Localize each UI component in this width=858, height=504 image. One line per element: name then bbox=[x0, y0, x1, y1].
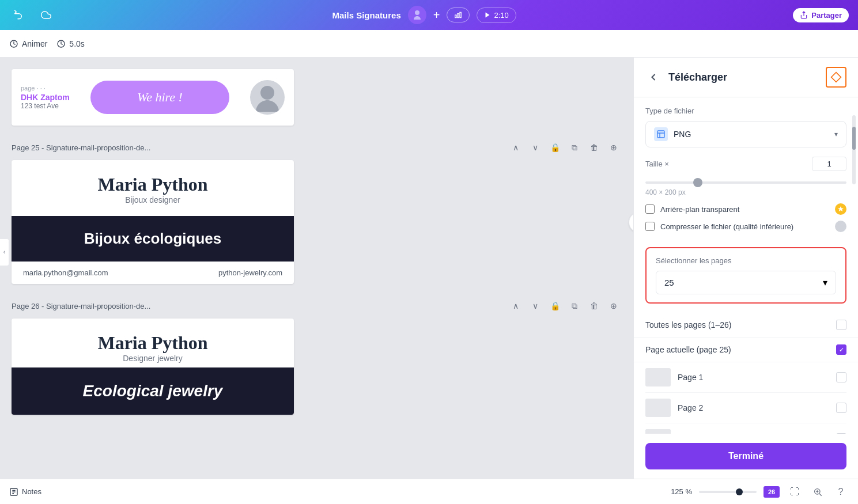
undo-button[interactable] bbox=[9, 6, 28, 24]
fullscreen-button[interactable]: ⛶ bbox=[787, 484, 803, 500]
list-item: Page 1 bbox=[645, 362, 846, 393]
zoom-slider-thumb bbox=[736, 488, 743, 495]
panel-title: Télécharger bbox=[668, 71, 727, 84]
page-2-checkbox[interactable] bbox=[836, 403, 846, 413]
png-icon bbox=[654, 127, 668, 141]
size-input[interactable] bbox=[812, 157, 846, 171]
project-name: Mails Signatures bbox=[332, 10, 401, 20]
svg-point-0 bbox=[415, 10, 419, 15]
add-collaborator-button[interactable]: + bbox=[433, 9, 440, 22]
size-slider[interactable] bbox=[645, 181, 846, 184]
notes-label: Notes bbox=[22, 487, 41, 496]
page-25-add-button[interactable]: ⊕ bbox=[606, 139, 622, 156]
page-25-banner-text: Bijoux écologiques bbox=[23, 230, 282, 248]
header: Mails Signatures + 2:10 Partager bbox=[0, 0, 858, 30]
all-pages-checkbox[interactable] bbox=[836, 320, 846, 330]
page-26-up-button[interactable]: ∧ bbox=[508, 298, 524, 314]
select-pages-box: Sélectionner les pages 25 ▾ bbox=[645, 247, 846, 304]
page-26-lock-button[interactable]: 🔒 bbox=[547, 298, 563, 314]
help-button[interactable]: ? bbox=[833, 484, 849, 500]
svg-rect-1 bbox=[455, 15, 456, 18]
page-26-copy-button[interactable]: ⧉ bbox=[566, 298, 583, 314]
animate-button[interactable]: Animer bbox=[9, 39, 47, 48]
page-26-delete-button[interactable]: 🗑 bbox=[586, 298, 602, 314]
page-1-checkbox[interactable] bbox=[836, 372, 846, 382]
transparent-bg-checkbox[interactable] bbox=[645, 204, 655, 214]
page-25-label: Page 25 - Signature-mail-proposition-de.… bbox=[12, 139, 622, 156]
stats-button[interactable] bbox=[447, 7, 470, 22]
partial-dhk-name: DHK Zaptom bbox=[21, 93, 70, 102]
select-pages-dropdown[interactable]: 25 ▾ bbox=[656, 271, 836, 294]
partial-hire-text: We hire ! bbox=[90, 81, 229, 114]
page-25-down-button[interactable]: ∨ bbox=[527, 139, 543, 156]
premium-badge-yellow bbox=[835, 203, 846, 215]
page-25-block: Page 25 - Signature-mail-proposition-de.… bbox=[12, 139, 622, 284]
compress-checkbox[interactable] bbox=[645, 222, 655, 231]
left-edge-toggle[interactable]: ‹ bbox=[0, 238, 9, 266]
dropdown-arrow-icon: ▾ bbox=[834, 130, 838, 138]
canvas-area[interactable]: page · · · DHK Zaptom 123 test Ave We hi… bbox=[0, 58, 633, 479]
header-right: Partager bbox=[793, 8, 849, 22]
partial-page-card: page · · · DHK Zaptom 123 test Ave We hi… bbox=[12, 69, 294, 126]
file-type-section: Type de fichier PNG ▾ bbox=[634, 97, 858, 157]
slider-container bbox=[645, 176, 846, 186]
page-25-email: maria.python@gmail.com bbox=[23, 268, 108, 277]
select-pages-arrow-icon: ▾ bbox=[823, 277, 827, 288]
panel-header: Télécharger bbox=[634, 58, 858, 97]
svg-point-7 bbox=[260, 86, 274, 100]
page-25-banner: Bijoux écologiques bbox=[12, 216, 294, 262]
current-page-checkbox[interactable]: ✓ bbox=[836, 344, 846, 355]
page-25-delete-button[interactable]: 🗑 bbox=[586, 139, 602, 156]
avatar bbox=[408, 6, 426, 24]
page-26-actions: ∧ ∨ 🔒 ⧉ 🗑 ⊕ bbox=[508, 298, 622, 314]
svg-line-18 bbox=[819, 494, 822, 496]
zoom-in-button[interactable] bbox=[810, 484, 826, 500]
svg-marker-9 bbox=[831, 73, 841, 82]
page-2-label: Page 2 bbox=[678, 403, 829, 412]
page-26-label-text: Page 26 - Signature-mail-proposition-de.… bbox=[12, 302, 150, 310]
page-26-add-button[interactable]: ⊕ bbox=[606, 298, 622, 314]
page-26-down-button[interactable]: ∨ bbox=[527, 298, 543, 314]
page-25-title: Bijoux designer bbox=[23, 195, 282, 204]
transparent-bg-label: Arrière-plan transparent bbox=[660, 205, 739, 214]
current-page-label: Page actuelle (page 25) bbox=[645, 345, 830, 354]
page-25-lock-button[interactable]: 🔒 bbox=[547, 139, 563, 156]
page-25-up-button[interactable]: ∧ bbox=[508, 139, 524, 156]
notes-button[interactable]: Notes bbox=[9, 487, 41, 497]
page-3-checkbox[interactable] bbox=[836, 433, 846, 434]
page-num-badge: 26 bbox=[763, 486, 780, 498]
scrollbar[interactable] bbox=[852, 115, 856, 184]
page-26-title: Designer jewelry bbox=[23, 354, 282, 363]
pages-list-scroll[interactable]: Toutes les pages (1–26) Page actuelle (p… bbox=[634, 313, 858, 434]
bottom-bar: Notes 125 % 26 ⛶ ? bbox=[0, 479, 858, 504]
page-25-refresh-button[interactable]: ↻ bbox=[629, 212, 633, 233]
zoom-slider-track[interactable] bbox=[699, 491, 757, 493]
panel-back-button[interactable] bbox=[645, 69, 662, 85]
header-left bbox=[9, 6, 55, 24]
premium-badge-gray bbox=[835, 221, 846, 232]
duration-button[interactable]: 5.0s bbox=[56, 39, 84, 48]
play-button[interactable]: 2:10 bbox=[477, 7, 516, 23]
page-26-name: Maria Python bbox=[23, 332, 282, 354]
termine-button[interactable]: Terminé bbox=[645, 443, 846, 469]
page-3-thumb bbox=[645, 429, 671, 434]
page-25-copy-button[interactable]: ⧉ bbox=[566, 139, 583, 156]
header-center: Mails Signatures + 2:10 bbox=[332, 6, 516, 24]
compress-label: Compresser le fichier (qualité inférieur… bbox=[660, 222, 793, 231]
side-panel: Télécharger Type de fichier PNG ▾ Taille… bbox=[633, 58, 858, 479]
page-1-thumb bbox=[645, 368, 671, 386]
share-button[interactable]: Partager bbox=[793, 8, 849, 22]
page-25-contact: maria.python@gmail.com python-jewelry.co… bbox=[12, 262, 294, 284]
cloud-save-button[interactable] bbox=[37, 6, 55, 24]
select-pages-label: Sélectionner les pages bbox=[656, 256, 836, 265]
toolbar: Animer 5.0s bbox=[0, 30, 858, 58]
partial-address: 123 test Ave bbox=[21, 102, 70, 110]
zoom-control bbox=[699, 491, 757, 493]
panel-diamond-button[interactable] bbox=[826, 67, 846, 88]
transparent-bg-row: Arrière-plan transparent bbox=[645, 203, 846, 215]
page-26-banner: Ecological jewelry bbox=[12, 367, 294, 415]
svg-rect-2 bbox=[458, 14, 459, 18]
svg-rect-10 bbox=[657, 131, 664, 138]
file-type-dropdown[interactable]: PNG ▾ bbox=[645, 121, 846, 147]
zoom-percent: 125 % bbox=[671, 487, 692, 496]
